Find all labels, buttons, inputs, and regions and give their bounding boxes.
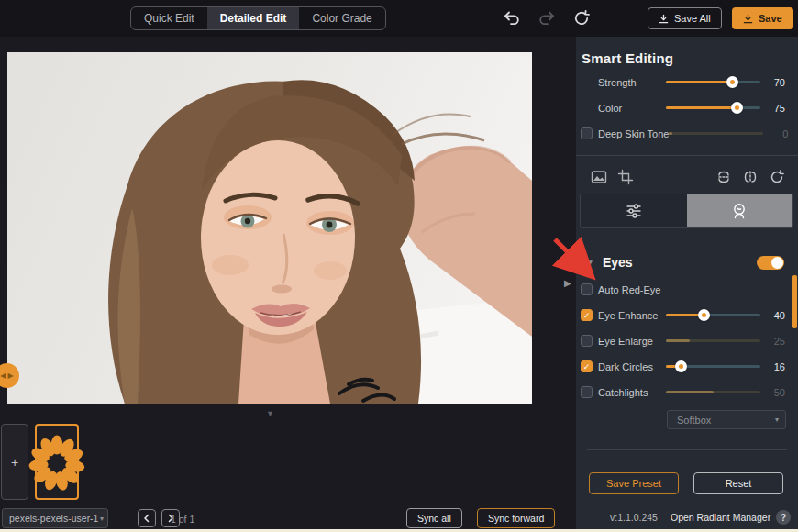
smart-editing-panel: Smart Editing Strength 70 Color 75 Deep … [576, 37, 798, 532]
save-preset-button[interactable]: Save Preset [589, 472, 679, 494]
sliders-icon [624, 201, 644, 221]
flip-horizontal-icon[interactable] [742, 169, 759, 185]
filmstrip: + [0, 420, 576, 503]
eye-enlarge-value: 25 [760, 336, 785, 347]
spacer [576, 228, 798, 238]
eyes-collapse-icon[interactable]: ▼ [585, 258, 594, 268]
tab-quick-edit[interactable]: Quick Edit [131, 7, 207, 29]
reset-button[interactable]: Reset [693, 472, 783, 494]
open-radiant-manager-link[interactable]: Open Radiant Manager [671, 512, 770, 523]
eye-enhance-slider[interactable] [666, 309, 760, 321]
panel-mode-tabs [580, 194, 793, 228]
save-all-button[interactable]: Save All [648, 7, 722, 29]
chevron-down-icon: ▾ [100, 515, 104, 523]
eye-enlarge-label: Eye Enlarge [598, 336, 666, 347]
undo-icon[interactable] [503, 9, 521, 28]
deep-skin-tone-label: Deep Skin Tone [598, 128, 669, 139]
panel-collapse-icon[interactable]: ▶ [564, 278, 571, 288]
eye-enhance-row: ✓ Eye Enhance 40 [576, 305, 798, 325]
file-name-label: pexels-pexels-user-153 [9, 513, 98, 524]
dark-circles-value: 16 [760, 361, 785, 372]
eye-enlarge-row: Eye Enlarge 25 [576, 331, 798, 350]
deep-skin-tone-slider[interactable] [669, 127, 763, 139]
plus-icon: + [11, 455, 18, 470]
filmstrip-collapse-icon[interactable]: ▼ [266, 409, 274, 418]
flip-vertical-icon[interactable] [715, 169, 732, 185]
slider-handle[interactable] [731, 102, 743, 114]
slider-handle[interactable] [675, 360, 687, 372]
strength-slider[interactable] [666, 76, 760, 88]
eye-enhance-checkbox[interactable]: ✓ [581, 309, 593, 321]
sync-forward-button[interactable]: Sync forward [477, 508, 555, 528]
dark-circles-label: Dark Circles [598, 361, 666, 372]
image-preview-icon[interactable] [591, 169, 607, 185]
crop-icon[interactable] [617, 169, 634, 185]
section-divider [576, 238, 798, 238]
portrait-image [7, 52, 532, 404]
eyes-section-title: Eyes [603, 255, 757, 270]
sync-all-button[interactable]: Sync all [406, 508, 462, 528]
reset-image-icon[interactable] [572, 9, 591, 28]
slider-handle[interactable] [726, 76, 738, 88]
catchlights-checkbox[interactable] [581, 386, 593, 398]
photo-counter: 1 of 1 [171, 514, 194, 525]
save-label: Save [759, 13, 782, 24]
tab-color-grade[interactable]: Color Grade [299, 7, 384, 29]
save-all-label: Save All [674, 13, 711, 24]
tab-detailed-edit[interactable]: Detailed Edit [207, 7, 300, 29]
section-divider [576, 155, 798, 156]
thumbnail-loading[interactable] [35, 424, 79, 500]
eyes-section-header: ▼ Eyes [585, 255, 784, 270]
photo-editor-window: Quick Edit Detailed Edit Color Grade Sav… [0, 0, 798, 532]
deep-skin-tone-checkbox[interactable] [581, 127, 593, 139]
help-icon[interactable]: ? [776, 510, 791, 525]
file-name-dropdown[interactable]: pexels-pexels-user-153 ▾ [2, 508, 108, 528]
color-slider-row: Color 75 [576, 98, 798, 117]
catchlight-style-value: Softbox [677, 415, 775, 426]
download-icon [743, 14, 753, 24]
face-retouch-icon [729, 201, 749, 221]
strength-slider-row: Strength 70 [576, 72, 798, 92]
tab-portrait-retouch[interactable] [687, 194, 793, 227]
auto-red-eye-row: Auto Red-Eye [576, 280, 798, 299]
version-label: v:1.1.0.245 [610, 512, 658, 523]
eyes-toggle[interactable] [757, 256, 784, 270]
eye-enhance-value: 40 [760, 310, 785, 321]
catchlights-row: Catchlights 50 [576, 382, 798, 402]
color-slider[interactable] [666, 102, 760, 114]
dark-circles-checkbox[interactable]: ✓ [581, 360, 593, 372]
tab-adjustments[interactable] [581, 194, 687, 227]
catchlights-slider[interactable] [666, 386, 760, 398]
toggle-knob [771, 257, 783, 269]
panel-scrollbar-thumb[interactable] [792, 275, 797, 328]
strength-label: Strength [598, 77, 666, 88]
panel-footer: v:1.1.0.245 Open Radiant Manager ? [576, 510, 798, 525]
photo-preview[interactable] [7, 52, 532, 404]
compare-left-arrow-icon: ◀ [0, 372, 6, 380]
eye-enlarge-checkbox[interactable] [581, 335, 593, 347]
chevron-down-icon: ▾ [775, 416, 779, 424]
dark-circles-row: ✓ Dark Circles 16 [576, 357, 798, 376]
chevron-left-icon [142, 514, 151, 523]
loading-spinner-icon [29, 436, 84, 491]
preset-action-row: Save Preset Reset [589, 472, 783, 494]
dark-circles-slider[interactable] [666, 360, 760, 372]
panel-title: Smart Editing [582, 50, 798, 66]
auto-red-eye-checkbox[interactable] [581, 283, 593, 295]
redo-icon[interactable] [538, 9, 556, 28]
deep-skin-tone-value: 0 [763, 128, 788, 139]
compare-right-arrow-icon: ▶ [8, 372, 14, 380]
catchlights-label: Catchlights [598, 387, 666, 398]
eye-enlarge-slider[interactable] [666, 335, 760, 347]
tool-icon-row [591, 169, 785, 185]
save-button[interactable]: Save [732, 7, 793, 29]
eye-enhance-label: Eye Enhance [598, 310, 666, 321]
top-toolbar: Quick Edit Detailed Edit Color Grade Sav… [0, 0, 798, 37]
edit-mode-tabs: Quick Edit Detailed Edit Color Grade [130, 6, 386, 30]
add-photo-button[interactable]: + [1, 424, 28, 500]
previous-photo-button[interactable] [138, 509, 156, 527]
slider-handle[interactable] [698, 309, 710, 321]
rotate-icon[interactable] [769, 169, 785, 185]
catchlight-style-dropdown[interactable]: Softbox ▾ [667, 410, 786, 429]
auto-red-eye-label: Auto Red-Eye [598, 284, 785, 295]
